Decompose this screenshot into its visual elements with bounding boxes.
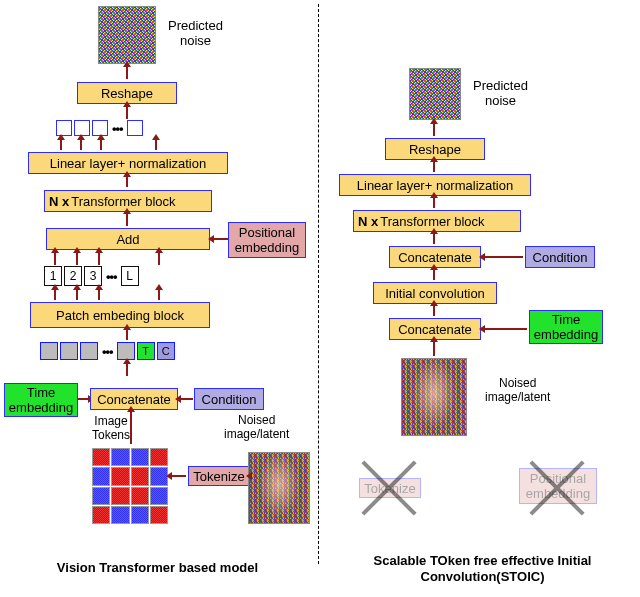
img-token [80,342,98,360]
concatenate2-label: Concatenate [398,322,472,337]
positional-embedding-label: Positional embedding [524,471,592,501]
add-label: Add [116,232,139,247]
concatenate-label: Concatenate [97,392,171,407]
arrow [54,290,56,300]
arrow [433,162,435,172]
tokenize-label: Tokenize [193,469,244,484]
positional-embedding-box: Positional embedding [228,222,306,258]
arrow [158,253,160,265]
arrow [80,140,82,150]
condition-label: Condition [533,250,588,265]
noised-label: Noised image/latent [224,413,289,441]
arrow [172,475,186,477]
arrow [433,234,435,244]
patch-embed-block: Patch embeding block [30,302,210,328]
arrow [433,306,435,316]
cond-token: C [157,342,175,360]
arrow [155,140,157,150]
patch-embed-label: Patch embeding block [56,308,184,323]
patch-grid [92,448,168,524]
condition-label: Condition [202,392,257,407]
tokenize-box: Tokenize [188,466,250,486]
condition-box: Condition [194,388,264,410]
num-token: 1 [44,266,62,286]
arrow [433,342,435,356]
linear-label: Linear layer+ normalization [357,178,513,193]
arrow [98,290,100,300]
arrow [126,330,128,340]
arrow [126,364,128,376]
arrow [98,253,100,265]
left-caption: Vision Transformer based model [0,560,315,575]
right-caption: Scalable TOken free effective Initial Co… [325,553,640,586]
arrow [130,412,132,444]
transformer-label: Transformer block [71,194,175,209]
transformer-n: N x [358,214,378,229]
num-token: 3 [84,266,102,286]
dots-icon: ••• [104,269,119,284]
arrow [433,124,435,136]
arrow [60,140,62,150]
tokenize-box-disabled: Tokenize [359,478,421,498]
time-embedding-box: Time embedding [4,383,78,417]
image-tokens-row: ••• T C [40,342,175,360]
arrow [126,67,128,79]
arrow [485,256,523,258]
right-panel: Predicted noise Reshape Linear layer+ no… [325,0,640,597]
arrow [76,290,78,300]
arrow [181,398,193,400]
concatenate1-label: Concatenate [398,250,472,265]
img-token [40,342,58,360]
time-token: T [137,342,155,360]
positional-embedding-box-disabled: Positional embedding [519,468,597,504]
arrow [100,140,102,150]
positional-embedding-label: Positional embedding [233,225,301,255]
reshape-label: Reshape [409,142,461,157]
arrow [158,290,160,300]
arrow [126,177,128,187]
noised-label: Noised image/latent [485,376,550,404]
num-token: L [121,266,139,286]
left-panel: Predicted noise Reshape ••• Linear layer… [0,0,315,597]
predicted-noise-label: Predicted noise [473,78,528,108]
linear-label: Linear layer+ normalization [50,156,206,171]
noised-image [248,452,310,524]
img-token [60,342,78,360]
add-block: Add [46,228,210,250]
condition-box: Condition [525,246,595,268]
predicted-noise-label: Predicted noise [168,18,223,48]
dots-icon: ••• [110,121,125,136]
arrow [54,253,56,265]
arrow [78,398,88,400]
arrow [76,253,78,265]
image-tokens-label: Image Tokens [92,414,130,442]
arrow [126,214,128,226]
panel-divider [318,4,319,564]
num-token: 2 [64,266,82,286]
transformer-n: N x [49,194,69,209]
time-embedding-label: Time embedding [534,312,598,342]
transformer-label: Transformer block [380,214,484,229]
arrow [126,107,128,119]
arrow [214,238,228,240]
arrow [433,198,435,208]
predicted-noise-image [98,6,156,64]
dots-icon: ••• [100,344,115,359]
noised-image [401,358,467,436]
tokenize-label: Tokenize [364,481,415,496]
time-embedding-box: Time embedding [529,310,603,344]
arrow [485,328,527,330]
numbered-tokens-row: 1 2 3 ••• L [44,266,139,286]
out-token [127,120,143,136]
arrow [433,270,435,280]
initial-conv-label: Initial convolution [385,286,485,301]
predicted-noise-image [409,68,461,120]
time-embedding-label: Time embedding [9,385,73,415]
reshape-label: Reshape [101,86,153,101]
